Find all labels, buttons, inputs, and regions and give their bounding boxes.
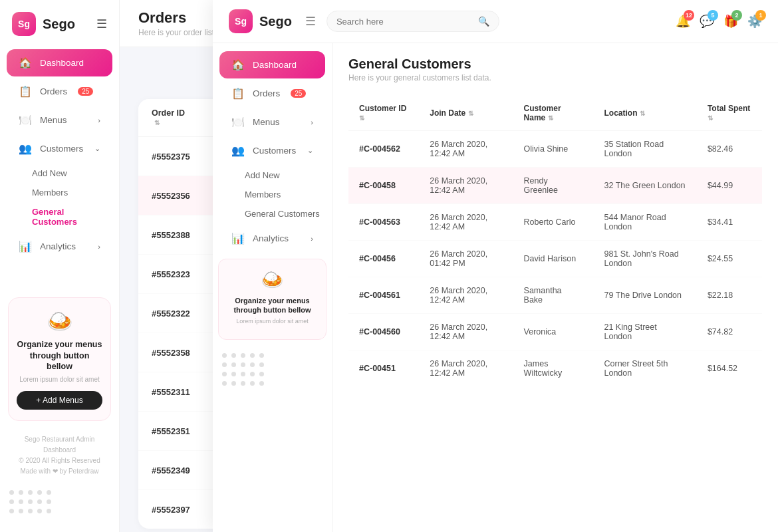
overlay-decorative-dots <box>213 346 332 392</box>
orders-badge: 25 <box>78 87 93 96</box>
overlay-nav-analytics[interactable]: 📊 Analytics › <box>219 225 325 252</box>
sidebar-item-menus[interactable]: 🍽️ Menus › <box>7 106 112 134</box>
order-id: #5552351 <box>152 426 190 436</box>
order-id-cell: #5552358 <box>138 333 208 372</box>
gc-location-cell: Corner Street 5th London <box>593 350 696 387</box>
add-menus-button[interactable]: + Add Menus <box>17 391 102 410</box>
overlay-search-input[interactable] <box>336 17 473 27</box>
order-id: #5552322 <box>152 309 190 319</box>
dashboard-icon: 🏠 <box>19 57 32 69</box>
order-id: #5552349 <box>152 466 190 475</box>
gc-col-total: Total Spent ⇅ <box>697 96 762 131</box>
overlay-settings-button[interactable]: ⚙️ 1 <box>747 14 762 29</box>
sort-icon[interactable]: ⇅ <box>640 110 645 117</box>
gc-join-date-cell: 26 March 2020, 12:42 AM <box>419 204 513 241</box>
order-id-cell: #5552351 <box>138 412 208 451</box>
menus-icon: 🍽️ <box>231 116 245 128</box>
gc-name-cell: David Harison <box>513 241 594 277</box>
sort-icon[interactable]: ⇅ <box>154 119 160 126</box>
promo-title: Organize your menus through button bello… <box>17 339 102 372</box>
gc-total-cell: $22.18 <box>697 277 762 314</box>
sidebar-item-analytics[interactable]: 📊 Analytics › <box>7 233 112 260</box>
overlay-nav-orders[interactable]: 📋 Orders 25 <box>219 80 325 107</box>
customers-icon: 👥 <box>19 142 32 155</box>
sidebar-item-label: Customers <box>40 144 83 154</box>
table-row[interactable]: #C-004563 26 March 2020, 12:42 AM Robert… <box>348 204 762 241</box>
gc-location-cell: 544 Manor Road London <box>593 204 696 241</box>
table-row[interactable]: #C-00456 26 March 2020, 01:42 PM David H… <box>348 241 762 277</box>
gc-col-id: Customer ID ⇅ <box>348 96 419 131</box>
overlay-nav-customers[interactable]: 👥 Customers ⌄ <box>219 137 325 164</box>
gc-col-name: Customer Name ⇅ <box>513 96 594 131</box>
gc-join-date-cell: 26 March 2020, 12:42 AM <box>419 131 513 168</box>
sidebar: Sg Sego ☰ 🏠 Dashboard 📋 Orders 25 🍽️ Men… <box>0 0 120 532</box>
gc-col-join-date: Join Date ⇅ <box>419 96 513 131</box>
overlay-nav-members[interactable]: Members <box>245 185 332 204</box>
sort-icon[interactable]: ⇅ <box>708 114 713 122</box>
overlay-customers-submenu: Add New Members General Customers <box>213 166 332 223</box>
overlay-sidebar-nav: 🏠 Dashboard 📋 Orders 25 🍽️ Menus › � <box>213 43 332 532</box>
gc-join-date-cell: 26 March 2020, 12:42 AM <box>419 314 513 350</box>
customers-submenu: Add New Members General Customers <box>0 164 119 231</box>
sidebar-item-dashboard[interactable]: 🏠 Dashboard <box>7 49 112 76</box>
gc-location-cell: 79 The Drive London <box>593 277 696 314</box>
col-order-id: Order ID ⇅ <box>138 99 208 137</box>
overlay-settings-badge: 1 <box>755 10 766 21</box>
table-row[interactable]: #C-004562 26 March 2020, 12:42 AM Olivia… <box>348 131 762 168</box>
nav-label: Analytics <box>253 233 289 243</box>
overlay-nav-menus[interactable]: 🍽️ Menus › <box>219 108 325 136</box>
overlay-nav-general-customers[interactable]: General Customers <box>245 204 332 223</box>
sidebar-item-customers[interactable]: 👥 Customers ⌄ <box>7 135 112 162</box>
gc-total-cell: $164.52 <box>697 350 762 387</box>
order-id: #5552356 <box>152 191 190 201</box>
overlay-search-icon: 🔍 <box>478 16 489 27</box>
gc-name-cell: Samantha Bake <box>513 277 594 314</box>
chevron-right-icon: › <box>311 118 313 126</box>
sort-icon[interactable]: ⇅ <box>359 114 364 122</box>
promo-desc: Lorem ipsum dolor sit amet <box>17 376 102 383</box>
order-id-cell: #5552322 <box>138 294 208 333</box>
sidebar-item-add-new[interactable]: Add New <box>32 164 119 183</box>
overlay-notifications-badge: 12 <box>684 10 694 21</box>
overlay-nav-add-new[interactable]: Add New <box>245 166 332 185</box>
gc-total-cell: $82.46 <box>697 131 762 168</box>
order-id: #5552375 <box>152 152 190 162</box>
overlay-gifts-button[interactable]: 🎁 2 <box>723 14 738 29</box>
order-id-cell: #5552349 <box>138 451 208 490</box>
sidebar-item-general-customers[interactable]: General Customers <box>32 202 119 231</box>
table-row[interactable]: #C-004560 26 March 2020, 12:42 AM Veroni… <box>348 314 762 350</box>
nav-label: Menus <box>253 117 280 127</box>
table-row[interactable]: #C-00458 26 March 2020, 12:42 AM Rendy G… <box>348 168 762 204</box>
logo-avatar: Sg <box>12 12 36 36</box>
gc-id-cell: #C-004561 <box>348 277 419 314</box>
chevron-down-icon: ⌄ <box>307 146 313 155</box>
overlay-messages-button[interactable]: 💬 5 <box>700 14 714 29</box>
gc-id-cell: #C-00456 <box>348 241 419 277</box>
order-id: #5552388 <box>152 230 190 240</box>
hamburger-icon[interactable]: ☰ <box>96 17 107 31</box>
overlay-body: 🏠 Dashboard 📋 Orders 25 🍽️ Menus › � <box>213 43 778 532</box>
overlay-search-bar[interactable]: 🔍 <box>326 11 499 32</box>
dashboard-icon: 🏠 <box>231 59 245 71</box>
sidebar-item-members[interactable]: Members <box>32 183 119 202</box>
general-customers-panel: Sg Sego ☰ 🔍 🔔 12 💬 5 🎁 2 <box>213 0 778 532</box>
order-id: #5552397 <box>152 505 190 515</box>
overlay-nav-dashboard[interactable]: 🏠 Dashboard <box>219 51 325 78</box>
sidebar-item-orders[interactable]: 📋 Orders 25 <box>7 78 112 105</box>
gc-join-date-cell: 26 March 2020, 12:42 AM <box>419 350 513 387</box>
gc-total-cell: $24.55 <box>697 241 762 277</box>
gc-total-cell: $74.82 <box>697 314 762 350</box>
sort-icon[interactable]: ⇅ <box>548 114 553 122</box>
gc-col-location: Location ⇅ <box>593 96 696 131</box>
gc-name-cell: Roberto Carlo <box>513 204 594 241</box>
nav-label: Orders <box>253 88 280 98</box>
overlay-notifications-button[interactable]: 🔔 12 <box>676 14 690 29</box>
order-id: #5552358 <box>152 348 190 358</box>
table-row[interactable]: #C-00451 26 March 2020, 12:42 AM James W… <box>348 350 762 387</box>
gc-id-cell: #C-004563 <box>348 204 419 241</box>
order-id: #5552311 <box>152 387 190 397</box>
table-row[interactable]: #C-004561 26 March 2020, 12:42 AM Samant… <box>348 277 762 314</box>
customers-icon: 👥 <box>231 144 245 157</box>
sort-icon[interactable]: ⇅ <box>468 110 473 117</box>
overlay-hamburger-icon[interactable]: ☰ <box>305 14 316 29</box>
